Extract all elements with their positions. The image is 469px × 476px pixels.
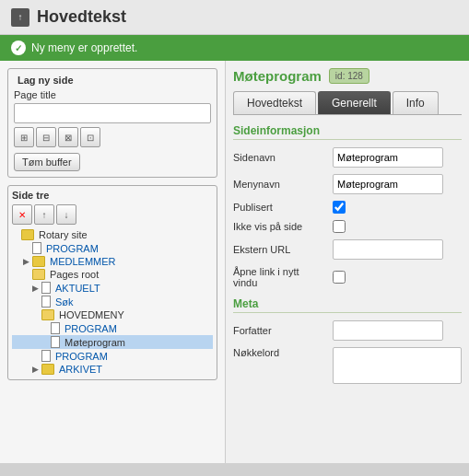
tab-hovedtekst[interactable]: Hovedtekst <box>233 91 316 114</box>
forfatter-label: Forfatter <box>233 325 325 336</box>
id-badge: id: 128 <box>329 68 369 84</box>
folder-open-icon <box>21 229 34 240</box>
page-title: Hovedtekst <box>37 7 126 27</box>
page-delete-button[interactable]: ⊡ <box>80 127 100 147</box>
tree-item-program1[interactable]: PROGRAM <box>12 241 213 255</box>
apne-link-label: Åpne link i nytt vindu <box>233 266 325 288</box>
ekstern-url-label: Ekstern URL <box>233 244 325 255</box>
left-panel: Lag ny side Page title ⊞ ⊟ ⊠ ⊡ Tøm buffe… <box>0 61 226 463</box>
form-row-ikke-vis: Ikke vis på side <box>233 220 462 233</box>
tree-link-program2[interactable]: PROGRAM <box>64 323 117 334</box>
form-row-ekstern-url: Ekstern URL <box>233 239 462 260</box>
folder-open-icon <box>41 309 54 320</box>
page-title-label: Page title <box>14 89 211 100</box>
meta-section: Meta Forfatter Nøkkelord <box>233 297 462 384</box>
page-move-button[interactable]: ⊠ <box>58 127 78 147</box>
page-copy-button[interactable]: ⊟ <box>36 127 56 147</box>
tree-toolbar: ✕ ↑ ↓ <box>12 204 213 225</box>
form-row-nokkelord: Nøkkelord <box>233 347 462 384</box>
apne-link-checkbox[interactable] <box>333 271 346 284</box>
tree-legend: Side tre <box>12 190 213 201</box>
tree-move-down-button[interactable]: ↓ <box>56 204 76 225</box>
tree-move-up-button[interactable]: ↑ <box>34 204 54 225</box>
header-icon: ↑ <box>11 8 29 27</box>
form-row-forfatter: Forfatter <box>233 320 462 341</box>
tree-link-medlemmer[interactable]: MEDLEMMER <box>50 256 116 267</box>
page-icon <box>41 296 51 308</box>
tree-item-moteprogram[interactable]: Møteprogram <box>12 335 213 349</box>
publisert-label: Publisert <box>233 202 325 213</box>
notification-message: Ny meny er opprettet. <box>31 41 137 54</box>
tom-buffer-button[interactable]: Tøm buffer <box>14 153 80 171</box>
page-icon <box>51 336 60 348</box>
right-panel: Møteprogram id: 128 Hovedtekst Generellt… <box>226 61 469 463</box>
page-icon <box>32 242 41 254</box>
form-row-menynavn: Menynavn <box>233 174 462 194</box>
page-add-button[interactable]: ⊞ <box>14 127 34 147</box>
expand-right-icon: ▶ <box>32 284 40 293</box>
tree-item-aktuelt[interactable]: ▶ AKTUELT <box>12 281 213 295</box>
tree-item-program3[interactable]: PROGRAM <box>12 349 213 363</box>
tree-item-sok[interactable]: Søk <box>12 295 213 308</box>
form-row-sidenavn: Sidenavn <box>233 147 462 168</box>
form-row-apne-link: Åpne link i nytt vindu <box>233 266 462 288</box>
publisert-checkbox[interactable] <box>333 201 346 214</box>
sideinfo-section: Sideinformasjon Sidenavn Menynavn Publis… <box>233 124 462 288</box>
folder-icon <box>41 364 54 375</box>
header: ↑ Hovedtekst <box>0 0 469 35</box>
tree-link-aktuelt[interactable]: AKTUELT <box>55 283 100 294</box>
tree-link-arkivet[interactable]: ARKIVET <box>59 364 102 375</box>
tree-delete-button[interactable]: ✕ <box>12 204 32 225</box>
page-icon <box>41 282 51 294</box>
page-icon <box>51 322 60 334</box>
page-icon <box>41 350 51 362</box>
tab-info[interactable]: Info <box>393 91 439 114</box>
right-header: Møteprogram id: 128 <box>233 68 462 84</box>
tree-items: Rotary site PROGRAM ▶ MEDLEMMER <box>12 228 213 376</box>
sidenavn-label: Sidenavn <box>233 152 325 163</box>
side-tree-section: Side tre ✕ ↑ ↓ Rotary site PROGRAM <box>7 185 217 380</box>
tab-bar: Hovedtekst Generellt Info <box>233 91 462 115</box>
expand-right-icon: ▶ <box>23 257 30 266</box>
new-page-legend: Lag ny side <box>14 75 211 86</box>
tree-label-pagesroot: Pages root <box>50 269 99 280</box>
tree-item-rotary[interactable]: Rotary site <box>12 228 213 241</box>
tree-label-rotary: Rotary site <box>39 229 88 240</box>
sideinfo-title: Sideinformasjon <box>233 124 462 140</box>
tree-item-program2[interactable]: PROGRAM <box>12 321 213 335</box>
tree-item-hovedmeny[interactable]: HOVEDMENY <box>12 308 213 321</box>
forfatter-input[interactable] <box>333 320 443 341</box>
menynavn-label: Menynavn <box>233 179 325 190</box>
main-content: Lag ny side Page title ⊞ ⊟ ⊠ ⊡ Tøm buffe… <box>0 61 469 463</box>
nokkelord-label: Nøkkelord <box>233 347 325 358</box>
notification-bar: ✓ Ny meny er opprettet. <box>0 35 469 61</box>
ikke-vis-label: Ikke vis på side <box>233 221 325 232</box>
meta-title: Meta <box>233 297 462 313</box>
tree-item-arkivet[interactable]: ▶ ARKIVET <box>12 363 213 376</box>
new-page-section: Lag ny side Page title ⊞ ⊟ ⊠ ⊡ Tøm buffe… <box>7 68 217 178</box>
nokkelord-textarea[interactable] <box>333 347 462 384</box>
ikke-vis-checkbox[interactable] <box>333 220 346 233</box>
page-title-input[interactable] <box>14 103 211 123</box>
menynavn-input[interactable] <box>333 174 443 194</box>
expand-right-icon: ▶ <box>32 365 40 374</box>
page-icon-toolbar: ⊞ ⊟ ⊠ ⊡ <box>14 127 211 147</box>
tree-link-program3[interactable]: PROGRAM <box>55 351 108 362</box>
ekstern-url-input[interactable] <box>333 239 443 260</box>
tree-item-pagesroot[interactable]: Pages root <box>12 268 213 281</box>
tree-label-moteprogram: Møteprogram <box>64 337 125 348</box>
folder-open-icon <box>32 269 45 280</box>
tree-item-medlemmer[interactable]: ▶ MEDLEMMER <box>12 255 213 268</box>
folder-icon <box>32 256 45 267</box>
tab-generelt[interactable]: Generellt <box>318 91 391 114</box>
tree-label-hovedmeny: HOVEDMENY <box>59 309 124 320</box>
upload-icon: ↑ <box>18 12 23 22</box>
tree-link-sok[interactable]: Søk <box>55 296 74 308</box>
tree-link-program1[interactable]: PROGRAM <box>46 243 99 254</box>
form-row-publisert: Publisert <box>233 201 462 214</box>
sidenavn-input[interactable] <box>333 147 443 168</box>
success-icon: ✓ <box>11 41 26 55</box>
content-title: Møteprogram <box>233 68 322 84</box>
